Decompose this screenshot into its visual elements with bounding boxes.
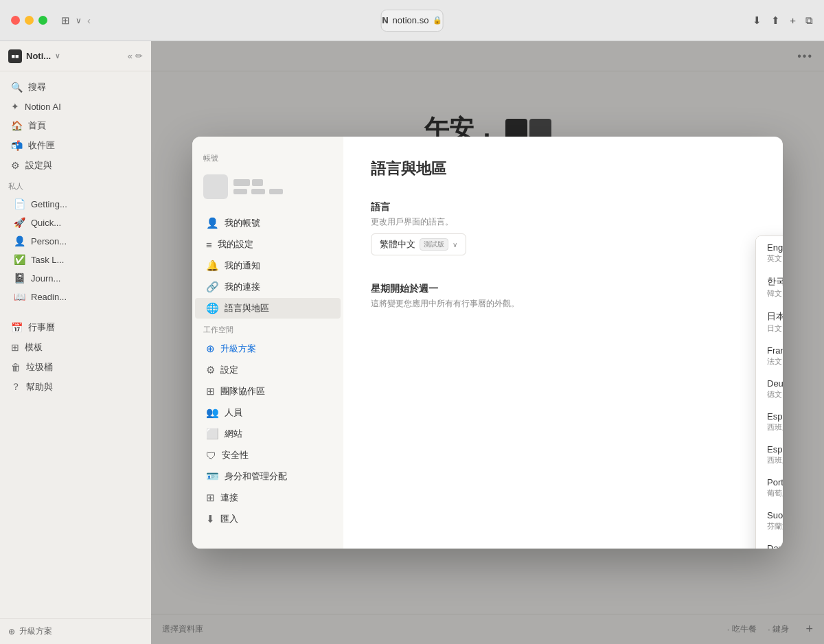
sidebar-item-search[interactable]: 🔍 搜尋 xyxy=(3,78,148,97)
sidebar-item-quick[interactable]: 🚀 Quick... xyxy=(3,214,148,231)
edit-icon[interactable]: ✏ xyxy=(135,51,143,61)
language-selector-button[interactable]: 繁體中文 測試版 ∨ xyxy=(371,233,466,255)
getting-label: Getting... xyxy=(31,199,67,209)
members-label: 人員 xyxy=(225,406,242,419)
sidebar-footer: ⊕ 升級方案 xyxy=(0,618,151,644)
doc-icon: 📄 xyxy=(14,198,25,209)
my-account-label: 我的帳號 xyxy=(225,217,260,229)
inbox-label: 收件匣 xyxy=(28,139,55,152)
modal-overlay: 帳號 xyxy=(151,41,824,644)
journal-label: Journ... xyxy=(31,273,60,284)
calendar-label: 行事曆 xyxy=(28,321,55,334)
language-setting-label: 語言 xyxy=(371,201,755,214)
modal-nav-security[interactable]: 🛡 安全性 xyxy=(195,445,341,465)
week-start-setting-row: 星期開始於週一 這將變更您應用中所有有行事曆的外觀。 xyxy=(371,283,755,310)
current-language-text: 繁體中文 xyxy=(380,238,415,251)
lang-item-finnish[interactable]: Suomi 芬蘭文 測試版 xyxy=(757,505,783,537)
workspace-section-title: 工作空間 xyxy=(192,319,343,338)
modal-main: 語言與地區 語言 更改用戶界面的語言。 繁體中文 測試版 ∨ xyxy=(343,137,783,549)
lang-portuguese-text: Português (Brasil) 葡萄牙文（巴西） xyxy=(767,477,783,498)
journal-icon: 📓 xyxy=(14,273,25,284)
lang-item-german[interactable]: Deutsch 德文 xyxy=(757,373,783,405)
home-label: 首頁 xyxy=(28,119,46,132)
duplicate-icon[interactable]: ⧉ xyxy=(805,14,813,27)
url-text: notion.so xyxy=(393,15,429,25)
sidebar-item-home[interactable]: 🏠 首頁 xyxy=(3,116,148,135)
modal-nav-import[interactable]: ⬇ 匯入 xyxy=(195,509,341,529)
modal-nav-identity[interactable]: 🪪 身分和管理分配 xyxy=(195,466,341,487)
sidebar-item-help[interactable]: ？ 幫助與 xyxy=(3,378,148,397)
import-label: 匯入 xyxy=(220,513,238,525)
lang-item-portuguese[interactable]: Português (Brasil) 葡萄牙文（巴西） xyxy=(757,472,783,504)
lang-item-english[interactable]: English 英文（美國） xyxy=(757,237,783,269)
chevron-down-icon[interactable]: ∨ xyxy=(76,16,82,25)
workspace-selector[interactable]: ■■ Noti... ∨ xyxy=(8,49,60,63)
sidebar-item-reading[interactable]: 📖 Readin... xyxy=(3,288,148,306)
upgrade-circle-icon: ⊕ xyxy=(206,343,215,355)
beta-badge: 測試版 xyxy=(420,238,448,251)
address-bar[interactable]: 𝗡 notion.so 🔒 xyxy=(381,10,444,32)
task-label: Task L... xyxy=(31,255,64,265)
minimize-button[interactable] xyxy=(25,16,34,25)
modal-nav-upgrade[interactable]: ⊕ 升級方案 xyxy=(195,338,341,359)
sidebar-item-calendar[interactable]: 📅 行事曆 xyxy=(3,318,148,337)
sidebar-item-ai[interactable]: ✦ Notion AI xyxy=(3,97,148,115)
close-button[interactable] xyxy=(11,16,20,25)
sidebar-item-trash[interactable]: 🗑 垃圾桶 xyxy=(3,358,148,377)
share-icon[interactable]: ⬆ xyxy=(771,14,780,27)
sites-label: 網站 xyxy=(225,428,242,440)
sidebar-item-settings[interactable]: ⚙ 設定與 xyxy=(3,156,148,175)
sidebar-item-task[interactable]: ✅ Task L... xyxy=(3,251,148,268)
account-section-title: 帳號 xyxy=(192,148,343,166)
modal-nav-sites[interactable]: ⬜ 網站 xyxy=(195,424,341,444)
modal-avatar xyxy=(203,174,228,199)
modal-nav-connections[interactable]: 🔗 我的連接 xyxy=(195,277,341,297)
sidebar-item-journal[interactable]: 📓 Journ... xyxy=(3,269,148,287)
teamspace-icon: ⊞ xyxy=(206,385,215,398)
reading-label: Readin... xyxy=(31,292,67,302)
template-label: 模板 xyxy=(25,341,43,354)
search-label: 搜尋 xyxy=(28,81,46,93)
lang-item-french[interactable]: Français (France) 法文 xyxy=(757,340,783,372)
week-start-desc: 這將變更您應用中所有有行事曆的外觀。 xyxy=(371,298,755,310)
modal-nav-my-account[interactable]: 👤 我的帳號 xyxy=(195,213,341,233)
list-icon: ≡ xyxy=(206,239,212,251)
inbox-icon: 📬 xyxy=(11,140,23,151)
link-icon: 🔗 xyxy=(206,281,219,293)
language-label: 語言與地區 xyxy=(225,302,269,314)
maximize-button[interactable] xyxy=(38,16,47,25)
new-tab-icon[interactable]: + xyxy=(790,14,796,26)
sidebar-nav: 🔍 搜尋 ✦ Notion AI 🏠 首頁 📬 收件匣 ⚙ 設定與 私人 📄 xyxy=(0,71,151,618)
template-icon: ⊞ xyxy=(11,342,19,353)
modal-title: 語言與地區 xyxy=(371,159,755,179)
traffic-lights xyxy=(11,16,47,25)
sidebar-item-inbox[interactable]: 📬 收件匣 xyxy=(3,136,148,155)
modal-nav-members[interactable]: 👥 人員 xyxy=(195,402,341,423)
sidebar-header: ■■ Noti... ∨ « ✏ xyxy=(0,41,151,71)
lang-item-korean[interactable]: 한국어 韓文 xyxy=(757,270,783,304)
sidebar-item-person[interactable]: 👤 Person... xyxy=(3,232,148,250)
modal-nav-notifications[interactable]: 🔔 我的通知 xyxy=(195,255,341,276)
modal-nav-settings[interactable]: ⚙ 設定 xyxy=(195,360,341,380)
download-icon[interactable]: ⬇ xyxy=(753,14,762,27)
user-email xyxy=(233,189,283,194)
lang-item-danish[interactable]: Dansk 丹麥文 測試版 xyxy=(757,538,783,549)
lang-item-japanese[interactable]: 日本語 日文 xyxy=(757,305,783,339)
modal-nav-modal-connections[interactable]: ⊞ 連接 xyxy=(195,487,341,508)
lang-english-text: English 英文（美國） xyxy=(767,242,783,264)
reading-icon: 📖 xyxy=(14,291,25,302)
private-section-title: 私人 xyxy=(0,176,151,194)
lang-item-spanish-spain[interactable]: Español (España) 西班牙文（西班牙） xyxy=(757,406,783,438)
sidebar: ■■ Noti... ∨ « ✏ 🔍 搜尋 ✦ Notion AI 🏠 首頁 xyxy=(0,41,151,644)
sidebar-item-getting[interactable]: 📄 Getting... xyxy=(3,195,148,213)
back-icon[interactable]: ‹ xyxy=(87,14,91,26)
modal-nav-language[interactable]: 🌐 語言與地區 xyxy=(195,298,341,319)
sidebar-item-template[interactable]: ⊞ 模板 xyxy=(3,338,148,357)
upgrade-button[interactable]: ⊕ 升級方案 xyxy=(8,625,143,637)
lang-item-spanish-latam[interactable]: Español (Latinoamérica) 西班牙文（拉丁美洲） xyxy=(757,439,783,471)
sidebar-toggle-icon[interactable]: ⊞ xyxy=(61,14,70,27)
collapse-sidebar-icon[interactable]: « xyxy=(128,51,133,61)
site-icon: 𝗡 xyxy=(382,16,389,25)
modal-nav-teamspaces[interactable]: ⊞ 團隊協作區 xyxy=(195,381,341,402)
modal-nav-my-settings[interactable]: ≡ 我的設定 xyxy=(195,234,341,255)
